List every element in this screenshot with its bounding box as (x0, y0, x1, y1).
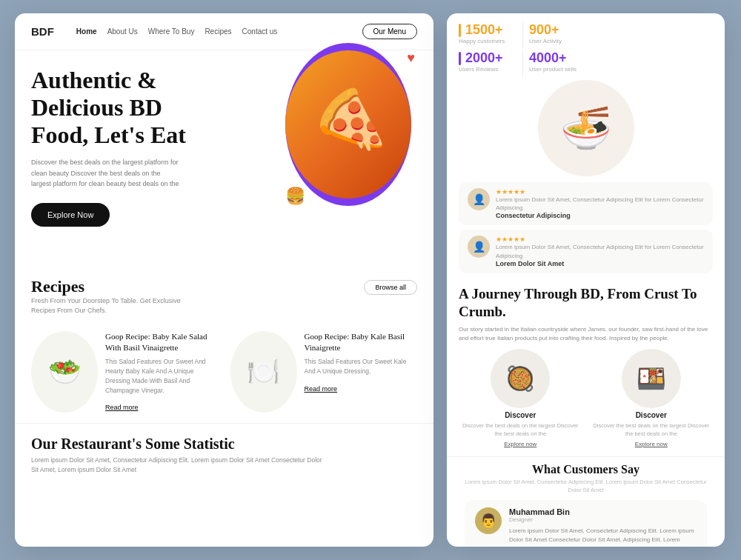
statistic-section: Our Restaurant's Some Statistic Lorem ip… (15, 423, 433, 475)
recipe-image-2: 🍽️ (230, 331, 297, 413)
stat-divider-1 (522, 22, 523, 49)
recipe-card-2: 🍽️ Goop Recipe: Baby Kale Basil Vinaigre… (230, 331, 418, 413)
reviewer-name-2: Lorem Dolor Sit Amet (496, 260, 704, 267)
reviewer-name-1: Consectetur Adipiscing (496, 212, 704, 219)
recipe-info-1: Goop Recipe: Baby Kale Salad With Basil … (105, 331, 219, 413)
journey-text: Our story started in the Italian country… (459, 325, 713, 343)
customer-review-card: 👨 Muhammad Bin Designer Lorem ipsum Dolo… (465, 500, 707, 547)
right-panel: 1500+ Happy customers 900+ User Activity… (447, 13, 725, 547)
nav-links: Home About Us Where To Buy Recipes Conta… (76, 27, 348, 36)
review-text-2: Lorem ipsum Dolor Sit Amet, Consectetur … (496, 243, 704, 259)
food-emoji: 🍔 (285, 187, 305, 206)
stat-number-3: 2000+ (465, 50, 503, 66)
hero-section: Authentic & Delicious BD Food, Let's Eat… (15, 50, 433, 227)
hero-subtitle: Discover the best deals on the largest p… (31, 157, 179, 189)
review-stars-2: ★★★★★ (496, 236, 704, 243)
nav-about[interactable]: About Us (107, 27, 138, 36)
browse-all-button[interactable]: Browse all (364, 280, 417, 295)
recipe-desc-1: This Salad Features Our Sweet And Hearty… (105, 357, 219, 395)
journey-cards: 🥘 Discover Discover the best deals on th… (459, 349, 713, 447)
reviewer-avatar-1: 👤 (468, 188, 490, 210)
journey-title: A Journey Through BD, From Crust To Crum… (459, 285, 713, 321)
reviewer-avatar-2: 👤 (468, 236, 490, 258)
our-menu-button[interactable]: Our Menu (362, 24, 417, 39)
stat-number-1: 1500+ (465, 22, 503, 38)
customers-section: What Customers Say Lorem ipsum Dolor Sit… (447, 456, 725, 547)
stat-divider-2 (522, 50, 523, 77)
recipe-title-2: Goop Recipe: Baby Kale Basil Vinaigrette (305, 331, 418, 354)
recipe-card-1: 🥗 Goop Recipe: Baby Kale Salad With Basi… (31, 331, 219, 413)
journey-card-title-1: Discover (505, 411, 536, 419)
pizza-image (285, 50, 411, 199)
hero-image-area: ♥ 🍔 (270, 43, 426, 221)
review-content-1: ★★★★★ Lorem ipsum Dolor Sit Amet, Consec… (496, 188, 704, 219)
pizza-oval (285, 43, 411, 206)
statistic-subtitle: Lorem ipsum Dolor Sit Amet, Consectetur … (31, 456, 328, 475)
recipes-subtitle: Fresh From Your Doorstep To Table. Get E… (31, 296, 194, 316)
explore-link-2[interactable]: Explore now (635, 441, 668, 447)
journey-section: A Journey Through BD, From Crust To Crum… (447, 278, 725, 452)
stat-box-1: 1500+ Happy customers (459, 22, 516, 49)
nav-home[interactable]: Home (76, 27, 97, 36)
food-splash-circle: 🍜 (538, 80, 634, 176)
food-splash-area: 🍜 (447, 80, 725, 176)
recipe-desc-2: This Salad Features Our Sweet Kale And A… (305, 357, 418, 376)
recipe-cards: 🥗 Goop Recipe: Baby Kale Salad With Basi… (31, 331, 417, 413)
journey-card-2: 🍱 Discover Discover the best deals on th… (590, 349, 714, 447)
nav-contact[interactable]: Contact us (242, 27, 278, 36)
review-text-1: Lorem ipsum Dolor Sit Amet, Consectetur … (496, 196, 704, 212)
review-card-1: 👤 ★★★★★ Lorem ipsum Dolor Sit Amet, Cons… (459, 182, 713, 225)
stat-label-2: User Activity (529, 38, 587, 44)
stat-number-4: 4000+ (529, 50, 587, 66)
journey-card-desc-1: Discover the best deals on the largest D… (459, 422, 582, 438)
recipe-image-1: 🥗 (31, 331, 98, 413)
recipe-info-2: Goop Recipe: Baby Kale Basil Vinaigrette… (305, 331, 418, 394)
recipes-title: Recipes (31, 277, 194, 296)
statistic-title: Our Restaurant's Some Statistic (31, 436, 417, 453)
journey-image-1: 🥘 (491, 349, 550, 408)
nav-recipes[interactable]: Recipes (205, 27, 231, 36)
review-card-2: 👤 ★★★★★ Lorem ipsum Dolor Sit Amet, Cons… (459, 230, 713, 273)
customer-review-content: Muhammad Bin Designer Lorem ipsum Dolor … (509, 507, 697, 547)
stat-box-4: 4000+ User product sells (529, 50, 587, 77)
journey-image-2: 🍱 (622, 349, 681, 408)
stat-box-3: 2000+ Users Reviews (459, 50, 516, 77)
stat-box-2: 900+ User Activity (529, 22, 587, 49)
read-more-1[interactable]: Read more (105, 404, 139, 411)
customers-title: What Customers Say (459, 463, 713, 476)
stat-number-2: 900+ (529, 22, 587, 38)
explore-link-1[interactable]: Explore now (504, 441, 536, 447)
logo: BDF (31, 25, 54, 38)
journey-card-1: 🥘 Discover Discover the best deals on th… (459, 349, 582, 447)
yellow-line-1 (459, 24, 461, 37)
stat-label-4: User product sells (529, 66, 587, 73)
review-stars-1: ★★★★★ (496, 188, 704, 196)
purple-line-1 (459, 52, 461, 65)
recipes-title-block: Recipes Fresh From Your Doorstep To Tabl… (31, 277, 194, 327)
nav-where[interactable]: Where To Buy (148, 27, 195, 36)
stat-label-3: Users Reviews (459, 66, 516, 73)
customer-role: Designer (509, 516, 697, 523)
read-more-2[interactable]: Read more (305, 385, 338, 393)
customer-name: Muhammad Bin (509, 507, 697, 516)
recipes-section: Recipes Fresh From Your Doorstep To Tabl… (15, 264, 433, 413)
recipe-title-1: Goop Recipe: Baby Kale Salad With Basil … (105, 331, 219, 354)
customer-avatar: 👨 (475, 507, 502, 534)
journey-card-title-2: Discover (636, 411, 667, 419)
journey-card-desc-2: Discover the best deals on the largest D… (590, 422, 714, 438)
stat-label-1: Happy customers (459, 38, 516, 44)
recipes-header: Recipes Fresh From Your Doorstep To Tabl… (31, 277, 417, 327)
heart-icon: ♥ (407, 50, 415, 66)
left-panel: BDF Home About Us Where To Buy Recipes C… (15, 13, 433, 547)
customers-subtitle: Lorem ipsum Dolor Sit Amet, Consectetur … (459, 479, 713, 494)
stats-top: 1500+ Happy customers 900+ User Activity (447, 13, 725, 49)
stats-bottom-row: 2000+ Users Reviews 4000+ User product s… (447, 49, 725, 77)
page-wrapper: BDF Home About Us Where To Buy Recipes C… (15, 13, 726, 547)
explore-now-button[interactable]: Explore Now (31, 203, 110, 227)
review-content-2: ★★★★★ Lorem ipsum Dolor Sit Amet, Consec… (496, 236, 704, 267)
customer-review-text: Lorem ipsum Dolor Sit Amet, Consectetur … (509, 527, 697, 547)
